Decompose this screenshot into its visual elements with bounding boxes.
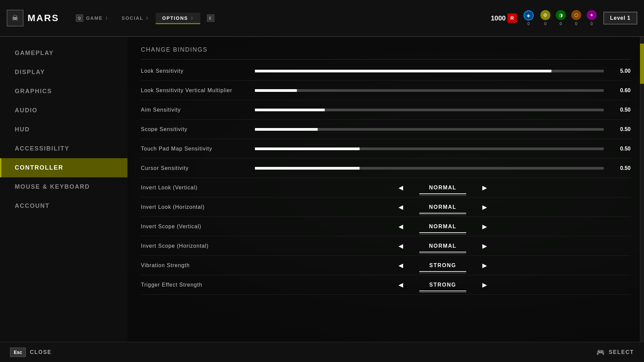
setting-cursor-sensitivity: Cursor Sensitivity 0.50 [141, 159, 631, 178]
slider-aim-sensitivity[interactable]: 0.50 [255, 107, 631, 113]
selector-invert-scope-horizontal[interactable]: NORMAL [255, 242, 631, 250]
resource-count-orange: 0 [575, 21, 577, 26]
tab-game[interactable]: Q GAME 1 [69, 12, 115, 24]
select-label: SELECT [609, 349, 634, 355]
tab-number-game: 1 [105, 16, 108, 20]
header-right: 1000 R ◈ 0 ⚙ 0 ◑ 0 ⬡ 0 ✦ 0 Level [491, 10, 637, 26]
selector-arrow-right-trigger-effect-strength[interactable] [480, 281, 490, 289]
slider-track-touchpad-sensitivity[interactable] [255, 147, 604, 150]
slider-track-cursor-sensitivity[interactable] [255, 167, 604, 170]
resource-count-pink: 0 [590, 21, 593, 26]
sidebar-item-controller[interactable]: CONTROLLER [0, 158, 127, 177]
selector-arrow-left-invert-look-vertical[interactable] [396, 184, 406, 191]
setting-look-sensitivity-vertical: Look Sensitivity Vertical Multiplier 0.6… [141, 81, 631, 100]
tab-label-options: OPTIONS [162, 15, 188, 21]
tab-label-game: GAME [86, 15, 103, 21]
tab-extra[interactable]: E [200, 12, 224, 24]
slider-value-aim-sensitivity: 0.50 [610, 107, 631, 113]
slider-track-aim-sensitivity[interactable] [255, 109, 604, 111]
selector-arrow-left-vibration-strength[interactable] [396, 262, 406, 269]
slider-track-scope-sensitivity[interactable] [255, 128, 604, 131]
nav-tabs: Q GAME 1 SOCIAL 2 OPTIONS 3 E [69, 12, 491, 24]
resource-icon-yellow: ⚙ [540, 10, 550, 20]
setting-look-sensitivity: Look Sensitivity 5.00 [141, 61, 631, 81]
logo-icon: ☠ [7, 10, 23, 26]
selector-vibration-strength[interactable]: STRONG [255, 262, 631, 269]
blue-resource-icon: ◈ [524, 10, 534, 20]
resource-item-orange: ⬡ 0 [571, 10, 581, 26]
main-content: GAMEPLAY DISPLAY GRAPHICS AUDIO HUD ACCE… [0, 37, 644, 342]
sidebar-item-hud[interactable]: HUD [0, 120, 127, 139]
tab-label-social: SOCIAL [122, 15, 144, 21]
slider-cursor-sensitivity[interactable]: 0.50 [255, 165, 631, 171]
tab-number-options: 3 [191, 16, 194, 20]
setting-invert-scope-horizontal: Invert Scope (Horizontal) NORMAL [141, 236, 631, 256]
currency-icon: R [507, 13, 517, 23]
footer-right: 🎮 SELECT [596, 348, 634, 356]
sidebar-item-accessibility[interactable]: ACCESSIBILITY [0, 139, 127, 158]
slider-value-look-sensitivity: 5.00 [610, 68, 631, 74]
setting-invert-scope-vertical: Invert Scope (Vertical) NORMAL [141, 217, 631, 236]
tab-key-extra: E [207, 14, 214, 22]
slider-look-sensitivity-vertical[interactable]: 0.60 [255, 87, 631, 94]
selector-arrow-left-invert-look-horizontal[interactable] [396, 203, 406, 211]
setting-trigger-effect-strength: Trigger Effect Strength STRONG [141, 275, 631, 295]
slider-touchpad-sensitivity[interactable]: 0.50 [255, 146, 631, 152]
setting-label-look-sensitivity: Look Sensitivity [141, 68, 255, 74]
setting-label-trigger-effect-strength: Trigger Effect Strength [141, 282, 255, 288]
tab-options[interactable]: OPTIONS 3 [156, 13, 200, 23]
selector-arrow-right-invert-scope-horizontal[interactable] [480, 242, 490, 250]
setting-label-invert-scope-horizontal: Invert Scope (Horizontal) [141, 243, 255, 249]
tab-number-social: 2 [146, 16, 149, 20]
selector-arrow-right-invert-look-vertical[interactable] [480, 184, 490, 191]
setting-label-scope-sensitivity: Scope Sensitivity [141, 126, 255, 132]
setting-label-invert-scope-vertical: Invert Scope (Vertical) [141, 224, 255, 230]
currency-display: 1000 R [491, 13, 517, 23]
controller-select-icon: 🎮 [596, 348, 605, 356]
header: ☠ MARS Q GAME 1 SOCIAL 2 OPTIONS 3 E 100… [0, 0, 644, 37]
logo-area: ☠ MARS [7, 10, 59, 26]
sidebar: GAMEPLAY DISPLAY GRAPHICS AUDIO HUD ACCE… [0, 37, 127, 342]
setting-scope-sensitivity: Scope Sensitivity 0.50 [141, 120, 631, 139]
resource-item-green: ◑ 0 [556, 10, 566, 26]
slider-look-sensitivity[interactable]: 5.00 [255, 68, 631, 74]
slider-track-look-sensitivity-vertical[interactable] [255, 89, 604, 92]
blue-resource: ◈ 0 [524, 10, 534, 26]
selector-value-invert-look-horizontal: NORMAL [409, 204, 476, 210]
selector-arrow-left-invert-scope-horizontal[interactable] [396, 242, 406, 250]
resource-icon-pink: ✦ [587, 10, 597, 20]
tab-key-game: Q [76, 14, 83, 22]
slider-track-look-sensitivity[interactable] [255, 70, 604, 72]
selector-value-invert-look-vertical: NORMAL [409, 185, 476, 191]
resource-count-green: 0 [559, 21, 562, 26]
tab-social[interactable]: SOCIAL 2 [115, 13, 156, 23]
sidebar-item-mouse-keyboard[interactable]: MOUSE & KEYBOARD [0, 177, 127, 196]
selector-invert-look-vertical[interactable]: NORMAL [255, 184, 631, 191]
selector-invert-scope-vertical[interactable]: NORMAL [255, 223, 631, 230]
selector-invert-look-horizontal[interactable]: NORMAL [255, 203, 631, 211]
slider-value-look-sensitivity-vertical: 0.60 [610, 87, 631, 94]
footer-left: Esc CLOSE [10, 348, 52, 357]
sidebar-item-display[interactable]: DISPLAY [0, 63, 127, 82]
sidebar-item-account[interactable]: ACCOUNT [0, 196, 127, 216]
setting-invert-look-horizontal: Invert Look (Horizontal) NORMAL [141, 197, 631, 217]
slider-fill-look-sensitivity-vertical [255, 89, 297, 92]
setting-label-look-sensitivity-vertical: Look Sensitivity Vertical Multiplier [141, 87, 255, 94]
selector-arrow-left-invert-scope-vertical[interactable] [396, 223, 406, 230]
scroll-indicator[interactable] [640, 37, 644, 342]
resource-count-yellow: 0 [544, 21, 546, 26]
slider-scope-sensitivity[interactable]: 0.50 [255, 126, 631, 132]
sidebar-item-graphics[interactable]: GRAPHICS [0, 82, 127, 101]
slider-value-scope-sensitivity: 0.50 [610, 126, 631, 132]
sidebar-item-audio[interactable]: AUDIO [0, 101, 127, 120]
selector-trigger-effect-strength[interactable]: STRONG [255, 281, 631, 289]
selector-value-invert-scope-horizontal: NORMAL [409, 243, 476, 249]
sidebar-item-gameplay[interactable]: GAMEPLAY [0, 44, 127, 63]
selector-arrow-right-vibration-strength[interactable] [480, 262, 490, 269]
resource-icon-orange: ⬡ [571, 10, 581, 20]
selector-arrow-right-invert-look-horizontal[interactable] [480, 203, 490, 211]
right-panel: CHANGE BINDINGS Look Sensitivity 5.00 Lo… [127, 37, 644, 342]
selector-arrow-left-trigger-effect-strength[interactable] [396, 281, 406, 289]
selector-arrow-right-invert-scope-vertical[interactable] [480, 223, 490, 230]
selector-value-invert-scope-vertical: NORMAL [409, 224, 476, 230]
